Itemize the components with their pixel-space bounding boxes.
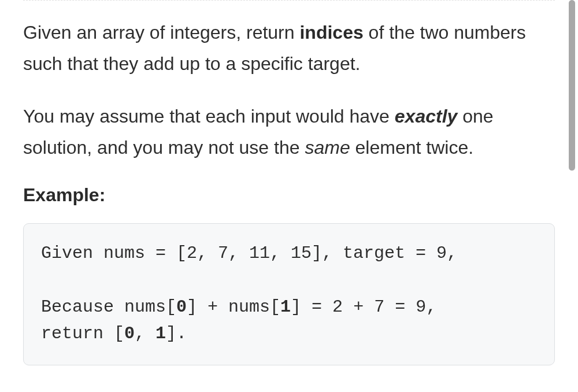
example-code-block: Given nums = [2, 7, 11, 15], target = 9,…	[23, 223, 555, 365]
code-line-3-pre: return [	[41, 324, 124, 343]
problem-container: Given an array of integers, return indic…	[0, 0, 578, 392]
code-bold-0: 0	[176, 297, 187, 317]
text-segment: Given an array of integers, return	[23, 22, 299, 43]
code-line-3-mid: ,	[135, 324, 155, 343]
code-bold-1: 1	[280, 297, 291, 317]
bold-word-indices: indices	[299, 22, 363, 43]
code-bold-1b: 1	[155, 324, 166, 343]
text-segment: You may assume that each input would hav…	[23, 106, 395, 127]
code-bold-0b: 0	[124, 324, 135, 343]
top-divider	[23, 0, 555, 1]
problem-paragraph-1: Given an array of integers, return indic…	[23, 17, 555, 80]
em-same: same	[305, 137, 350, 158]
code-line-2-post: ] = 2 + 7 = 9,	[291, 297, 436, 317]
example-heading: Example:	[23, 184, 555, 206]
scrollbar-thumb[interactable]	[569, 0, 575, 171]
code-line-2-mid: ] + nums[	[187, 297, 280, 317]
code-line-2-pre: Because nums[	[41, 297, 176, 317]
code-line-3-post: ].	[166, 324, 187, 343]
problem-paragraph-2: You may assume that each input would hav…	[23, 101, 555, 164]
em-strong-exactly: exactly	[395, 106, 458, 127]
code-line-1: Given nums = [2, 7, 11, 15], target = 9,	[41, 243, 457, 263]
text-segment: element twice.	[350, 137, 473, 158]
